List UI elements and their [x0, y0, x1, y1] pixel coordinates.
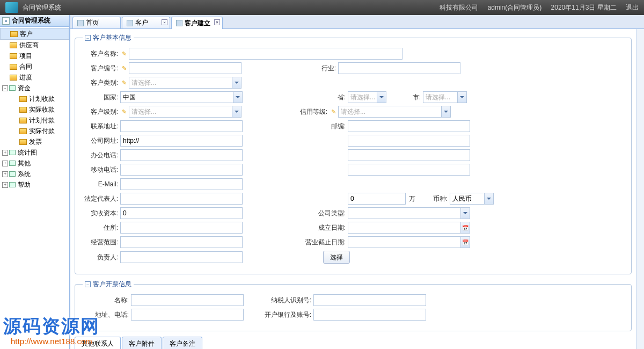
nav-item[interactable]: 实际收款 — [0, 104, 69, 115]
close-icon[interactable]: × — [162, 19, 167, 25]
collapse-icon[interactable]: « — [2, 17, 10, 25]
tab[interactable]: 客户× — [122, 17, 170, 28]
toggle-icon[interactable]: + — [2, 171, 8, 177]
credit-select[interactable]: 请选择... — [338, 106, 451, 118]
scope-input[interactable] — [120, 236, 243, 248]
select-button[interactable]: 选择 — [323, 251, 350, 264]
level-select[interactable]: 请选择... — [129, 106, 241, 118]
toggle-icon[interactable]: + — [2, 161, 8, 166]
sub-tab[interactable]: 其他联系人 — [75, 337, 121, 349]
edit-icon: ✎ — [120, 106, 128, 117]
close-icon[interactable]: × — [214, 19, 220, 25]
folder-icon — [10, 31, 18, 37]
extra-input-1[interactable] — [348, 135, 470, 147]
header-right: 科技有限公司 admin(合同管理员) 2020年11月3日 星期二 退出 — [432, 3, 639, 12]
invoice-name-input[interactable] — [131, 294, 244, 306]
website-input[interactable] — [120, 135, 243, 147]
folder-icon — [19, 128, 27, 134]
app-title: 合同管理系统 — [23, 3, 61, 12]
app-logo-icon — [5, 2, 18, 13]
nav-item[interactable]: 客户 — [0, 28, 69, 40]
nav-item[interactable]: 合同 — [0, 61, 69, 72]
address-input[interactable] — [120, 120, 243, 132]
nav-item[interactable]: -资金 — [0, 83, 69, 93]
email-input[interactable] — [120, 178, 243, 190]
current-date: 2020年11月3日 星期二 — [551, 4, 617, 11]
nav-item[interactable]: 供应商 — [0, 40, 69, 50]
nav-item[interactable]: 实际付款 — [0, 126, 69, 136]
extra-input-3[interactable] — [348, 164, 470, 176]
sidebar-header[interactable]: « 合同管理系统 — [0, 15, 69, 27]
edit-icon: ✎ — [120, 77, 128, 88]
folder-icon — [19, 107, 27, 113]
toggle-icon[interactable]: + — [2, 182, 8, 188]
link-icon — [9, 150, 16, 155]
tab[interactable]: 客户建立× — [171, 17, 223, 29]
vertical-scrollbar[interactable] — [636, 29, 644, 349]
nav-item[interactable]: +系统 — [0, 169, 69, 179]
legal-rep-input[interactable] — [120, 193, 243, 205]
folder-icon — [10, 42, 17, 48]
paid-capital-input[interactable] — [120, 207, 243, 219]
collapse-icon[interactable]: – — [85, 281, 91, 287]
fieldset-invoice-info: –客户开票信息 名称: 纳税人识别号: 地址、电话: 开户银行及账号: — [75, 280, 632, 331]
sub-tab-strip: 其他联系人客户附件客户备注 — [75, 337, 632, 349]
industry-input[interactable] — [338, 62, 460, 74]
tab-strip: 首页客户×客户建立× — [70, 15, 644, 29]
mobile-input[interactable] — [120, 164, 243, 176]
province-select[interactable]: 请选择... — [348, 91, 386, 103]
extra-input-2[interactable] — [348, 149, 470, 161]
folder-icon — [19, 139, 27, 145]
sub-tab[interactable]: 客户备注 — [163, 337, 202, 349]
nav-item[interactable]: +其他 — [0, 158, 69, 169]
country-select[interactable]: 中国 — [120, 91, 243, 103]
customer-name-input[interactable] — [129, 48, 402, 60]
company-name: 科技有限公司 — [440, 4, 478, 11]
nav-item[interactable]: 计划付款 — [0, 115, 69, 126]
link-icon — [9, 85, 16, 91]
nav-item[interactable]: 项目 — [0, 50, 69, 61]
folder-icon — [19, 96, 27, 102]
logout-link[interactable]: 退出 — [626, 4, 639, 11]
toggle-icon[interactable]: - — [2, 85, 8, 91]
edit-icon: ✎ — [120, 48, 128, 59]
tab-icon — [176, 20, 182, 26]
link-icon — [9, 182, 16, 187]
folder-icon — [10, 53, 17, 59]
capital-input[interactable] — [348, 193, 406, 205]
sub-tab[interactable]: 客户附件 — [122, 337, 162, 349]
link-icon — [9, 161, 16, 166]
invoice-addr-input[interactable] — [131, 309, 244, 321]
currency-select[interactable]: 人民币 — [450, 193, 494, 205]
tax-id-input[interactable] — [313, 294, 426, 306]
company-type-select[interactable] — [348, 207, 470, 219]
category-select[interactable]: 请选择... — [129, 77, 241, 89]
edit-icon: ✎ — [330, 106, 337, 117]
nav-item[interactable]: +帮助 — [0, 179, 69, 190]
city-select[interactable]: 请选择... — [423, 91, 467, 103]
tel-input[interactable] — [120, 149, 243, 161]
legend-invoice[interactable]: –客户开票信息 — [83, 280, 134, 289]
expiry-date-input[interactable] — [348, 236, 470, 248]
user-info[interactable]: admin(合同管理员) — [488, 4, 542, 11]
collapse-icon[interactable]: – — [85, 35, 91, 41]
nav-item[interactable]: 发票 — [0, 136, 69, 147]
zip-input[interactable] — [348, 120, 470, 132]
nav-tree: 客户供应商项目合同进度-资金计划收款实际收款计划付款实际付款发票+统计图+其他+… — [0, 27, 69, 191]
legend-basic[interactable]: –客户基本信息 — [83, 33, 134, 42]
fieldset-basic-info: –客户基本信息 客户名称: ✎ 客户编号: ✎ 行业: 客户类别: ✎ 请选择.… — [75, 33, 632, 274]
nav-item[interactable]: 计划收款 — [0, 93, 69, 104]
bank-input[interactable] — [313, 309, 426, 321]
folder-icon — [10, 75, 17, 81]
folder-icon — [19, 118, 27, 123]
link-icon — [9, 171, 16, 177]
tab-icon — [77, 20, 84, 26]
nav-item[interactable]: 进度 — [0, 72, 69, 83]
nav-item[interactable]: +统计图 — [0, 147, 69, 158]
toggle-icon[interactable]: + — [2, 150, 8, 156]
residence-input[interactable] — [120, 222, 243, 234]
tab[interactable]: 首页 — [72, 17, 121, 28]
customer-code-input[interactable] — [129, 62, 241, 74]
owner-input[interactable] — [120, 251, 243, 263]
founded-date-input[interactable] — [348, 222, 470, 234]
